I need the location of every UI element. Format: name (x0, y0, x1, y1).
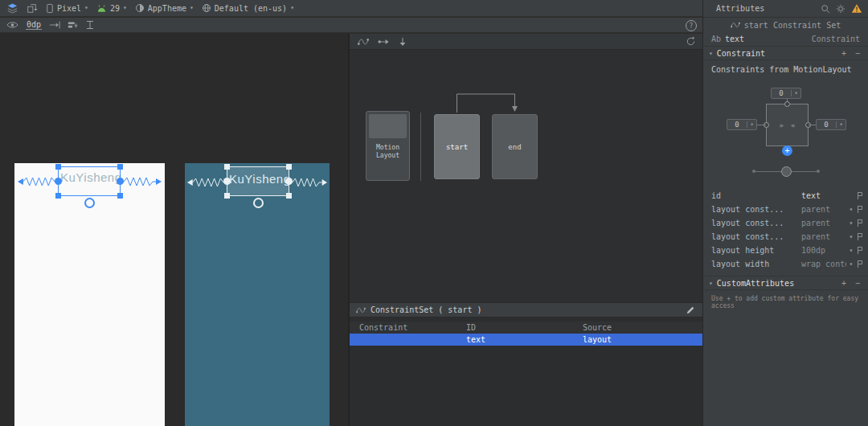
warning-icon[interactable] (851, 3, 862, 14)
property-value[interactable]: parent (801, 205, 846, 214)
visibility-icon[interactable] (6, 20, 18, 30)
flag-icon[interactable] (856, 191, 864, 200)
add-custom-attribute-button[interactable]: + (839, 279, 849, 288)
search-icon[interactable] (821, 4, 830, 14)
section-title: Constraint (717, 49, 765, 58)
resize-handle[interactable] (55, 193, 61, 199)
motion-toolbar (350, 34, 702, 50)
constraint-section-header[interactable]: ▾ Constraint + − (703, 46, 868, 60)
chevron-down-icon[interactable]: ▾ (846, 260, 856, 268)
slider-end-dot (752, 170, 755, 173)
locale-selector[interactable]: Default (en-us) ▾ (202, 3, 294, 13)
motion-layout-node[interactable]: Motion Layout (366, 111, 410, 181)
constraint-set-start-node[interactable]: start (434, 114, 480, 179)
overflow-icon[interactable]: − (853, 279, 862, 288)
left-margin-combo[interactable]: 0 ▾ (727, 119, 757, 130)
constraint-set-end-node[interactable]: end (492, 114, 538, 179)
selection-box[interactable] (227, 166, 289, 196)
custom-attributes-section-header[interactable]: ▾ CustomAttributes + − (703, 276, 868, 290)
slider-end-dot (817, 170, 820, 173)
selection-box[interactable] (58, 166, 121, 196)
chevron-down-icon: ▾ (791, 90, 800, 96)
flag-icon[interactable] (856, 260, 864, 268)
constraint-right-icon (121, 177, 162, 186)
resize-handle[interactable] (117, 164, 123, 170)
device-selector[interactable]: Pixel ▾ (46, 3, 88, 14)
arrow-down-icon[interactable] (398, 37, 407, 47)
section-title: CustomAttributes (717, 279, 794, 288)
flag-icon[interactable] (856, 205, 864, 214)
edit-pencil-icon[interactable] (686, 305, 695, 315)
motion-path-icon[interactable] (358, 37, 369, 47)
device-label: Pixel (57, 4, 81, 13)
table-header-row: Constraint ID Source (350, 322, 702, 334)
resize-handle[interactable] (286, 193, 292, 199)
resize-handle[interactable] (224, 193, 230, 199)
overflow-icon[interactable]: − (853, 49, 862, 58)
resize-handle[interactable] (286, 164, 292, 170)
property-label: layout_const... (711, 219, 801, 227)
gear-icon[interactable] (836, 4, 845, 14)
bias-slider-knob[interactable] (781, 166, 792, 177)
top-margin-combo[interactable]: 0 ▾ (771, 88, 801, 99)
property-row-constraint-2: layout_const... parent ▾ (703, 216, 868, 230)
flag-icon[interactable] (856, 232, 864, 241)
property-value[interactable]: parent (801, 219, 846, 227)
add-constraint-button[interactable]: + (839, 49, 849, 58)
chevron-down-icon[interactable]: ▾ (846, 219, 856, 227)
orientation-icon[interactable] (27, 2, 38, 14)
transition-arrow-icon[interactable] (378, 37, 389, 47)
design-surface[interactable]: KuYisheng (0, 34, 348, 426)
selected-component-row[interactable]: Ab text Constraint (703, 32, 868, 46)
anchor-right-handle[interactable] (117, 178, 124, 185)
help-icon[interactable]: ? (686, 20, 697, 31)
guideline-icon[interactable] (86, 20, 94, 30)
left-margin-value: 0 (727, 121, 747, 129)
default-margins-button[interactable]: 0dp (26, 20, 42, 30)
property-label: id (711, 191, 801, 200)
widget-square[interactable]: » « (766, 104, 809, 146)
attributes-panel: Attributes (702, 0, 868, 426)
flag-icon[interactable] (856, 219, 864, 227)
theme-selector[interactable]: AppTheme ▾ (135, 3, 194, 13)
property-value[interactable]: parent (801, 232, 846, 241)
top-anchor[interactable] (784, 101, 790, 107)
api-selector[interactable]: 29 ▾ (96, 4, 127, 13)
cycle-icon[interactable] (686, 36, 696, 47)
overview-divider (420, 113, 421, 181)
attributes-header: Attributes (703, 0, 868, 18)
constraint-left-icon (17, 177, 58, 186)
property-value[interactable]: 100dp (801, 246, 846, 255)
android-studio-motion-editor: Pixel ▾ 29 ▾ AppTheme ▾ (0, 0, 868, 426)
table-row-selected[interactable]: text layout (350, 334, 702, 346)
flag-icon[interactable] (856, 246, 864, 255)
resize-handle[interactable] (55, 164, 61, 170)
chevron-down-icon[interactable]: ▾ (846, 233, 856, 240)
resize-handle[interactable] (224, 164, 230, 170)
transition-link[interactable] (450, 90, 522, 116)
chevron-down-icon[interactable]: ▾ (846, 206, 856, 213)
anchor-bottom-handle[interactable] (253, 198, 264, 208)
add-bottom-constraint-button[interactable]: + (782, 145, 792, 156)
design-surface-icon[interactable] (6, 2, 18, 14)
chevron-down-icon: ▾ (709, 50, 713, 57)
property-label: layout_const... (711, 232, 801, 241)
design-preview[interactable]: KuYisheng (14, 163, 165, 426)
property-value[interactable]: text (801, 191, 856, 200)
chevron-down-icon: ▾ (190, 5, 194, 11)
margins-icon[interactable] (49, 20, 60, 30)
property-value[interactable]: wrap_content (801, 260, 846, 268)
subtitle-label: start Constraint Set (744, 21, 841, 30)
top-margin-value: 0 (772, 89, 791, 97)
right-margin-combo[interactable]: 0 ▾ (816, 119, 846, 130)
anchor-bottom-handle[interactable] (84, 198, 95, 208)
design-preview-variant[interactable]: KuYisheng (185, 163, 330, 426)
start-label: start (446, 143, 468, 151)
anchor-left-handle[interactable] (55, 178, 62, 185)
anchor-left-handle[interactable] (223, 178, 231, 185)
chevron-down-icon[interactable]: ▾ (846, 247, 856, 254)
anchor-right-handle[interactable] (285, 178, 293, 185)
chevron-down-icon: ▾ (709, 280, 713, 287)
resize-handle[interactable] (117, 193, 123, 199)
pack-icon[interactable] (68, 20, 79, 30)
